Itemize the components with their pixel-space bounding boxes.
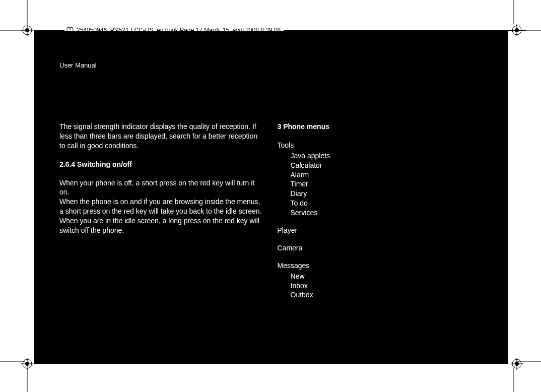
menu-camera: Camera bbox=[278, 243, 484, 253]
messages-list: New Inbox Outbox bbox=[278, 272, 484, 300]
menu-player: Player bbox=[278, 226, 484, 235]
list-item: To do bbox=[291, 199, 484, 208]
running-head: User Manual bbox=[59, 61, 483, 69]
list-item: Outbox bbox=[291, 290, 484, 300]
menu-head-tools: Tools bbox=[278, 141, 484, 150]
list-item: New bbox=[291, 272, 484, 281]
header-rule-left bbox=[34, 30, 64, 31]
list-item: Services bbox=[291, 208, 484, 218]
crop-mark-bottom-right bbox=[506, 357, 541, 392]
list-item: Alarm bbox=[291, 170, 484, 180]
switching-paragraph-2: When the phone is on and if you are brow… bbox=[59, 197, 265, 216]
list-item: Timer bbox=[291, 179, 484, 189]
signal-strength-paragraph: The signal strength indicator displays t… bbox=[59, 122, 265, 151]
crop-mark-bottom-left bbox=[0, 357, 35, 392]
left-column: The signal strength indicator displays t… bbox=[59, 122, 265, 308]
list-item: Diary bbox=[291, 189, 484, 199]
page-content: User Manual The signal strength indicato… bbox=[34, 31, 508, 364]
header-rule-right bbox=[284, 30, 526, 31]
list-item: Calculator bbox=[291, 161, 484, 170]
menu-head-messages: Messages bbox=[278, 261, 484, 271]
list-item: Java applets bbox=[291, 151, 484, 161]
tools-list: Java applets Calculator Alarm Timer Diar… bbox=[278, 151, 484, 218]
section-head-phone-menus: 3 Phone menus bbox=[278, 122, 484, 132]
switching-paragraph-3: When you are in the idle screen, a long … bbox=[59, 216, 265, 235]
section-head-switching: 2.6.4 Switching on/off bbox=[59, 160, 265, 169]
list-item: Inbox bbox=[291, 281, 484, 291]
right-column: 3 Phone menus Tools Java applets Calcula… bbox=[278, 122, 484, 308]
switching-paragraph-1: When your phone is off, a short press on… bbox=[59, 178, 265, 198]
two-column-layout: The signal strength indicator displays t… bbox=[59, 122, 483, 308]
crop-mark-top-left bbox=[0, 0, 35, 35]
